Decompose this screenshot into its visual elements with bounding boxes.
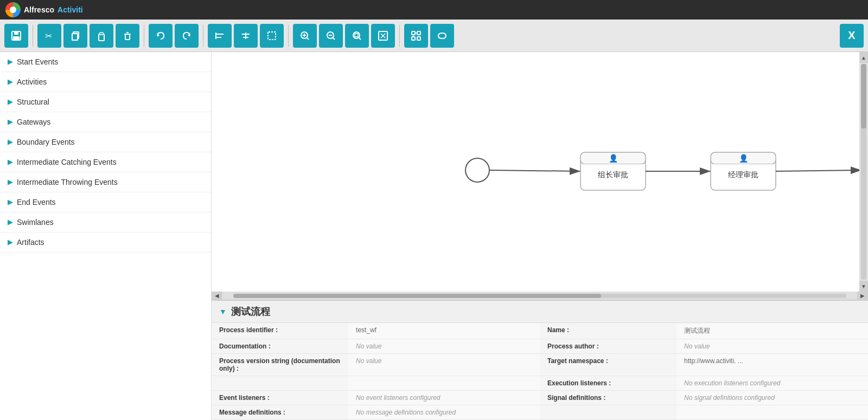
sidebar: ▶Start Events▶Activities▶Structural▶Gate… <box>0 52 212 420</box>
layout-button[interactable] <box>404 24 428 48</box>
zoom-out-button[interactable] <box>319 24 343 48</box>
sidebar-item-start-events[interactable]: ▶Start Events <box>0 52 211 72</box>
properties-title: 测试流程 <box>231 305 270 318</box>
hscroll-left-arrow[interactable]: ◀ <box>212 292 222 300</box>
sidebar-item-activities[interactable]: ▶Activities <box>0 72 211 92</box>
sidebar-item-structural[interactable]: ▶Structural <box>0 92 211 112</box>
svg-line-41 <box>489 170 580 171</box>
sidebar-label-gateways: Gateways <box>17 118 50 126</box>
sidebar-item-artifacts[interactable]: ▶Artifacts <box>0 232 211 253</box>
sidebar-label-intermediate-catching: Intermediate Catching Events <box>17 158 117 166</box>
prop-value-right-1: No value <box>676 339 868 354</box>
toolbar: ✂ <box>0 20 868 52</box>
sidebar-arrow-end-events: ▶ <box>8 198 12 206</box>
hscroll-right-arrow[interactable]: ▶ <box>857 292 868 300</box>
vscroll-up-arrow[interactable]: ▲ <box>859 52 868 63</box>
hscrollbar: ◀ ▶ <box>212 292 868 300</box>
svg-rect-36 <box>417 31 420 35</box>
sidebar-item-swimlanes[interactable]: ▶Swimlanes <box>0 212 211 232</box>
sidebar-item-gateways[interactable]: ▶Gateways <box>0 112 211 132</box>
align-left-button[interactable] <box>208 24 232 48</box>
svg-line-30 <box>359 37 361 40</box>
paste-button[interactable] <box>90 24 113 48</box>
sidebar-label-structural: Structural <box>17 98 49 106</box>
sidebar-arrow-gateways: ▶ <box>8 118 12 126</box>
prop-value-right-5 <box>676 405 868 420</box>
hscroll-track <box>233 294 846 298</box>
properties-header: ▼ 测试流程 <box>212 301 868 323</box>
sidebar-label-boundary-events: Boundary Events <box>17 138 75 146</box>
svg-rect-31 <box>355 34 358 37</box>
properties-row-2: Process version string (documentation on… <box>212 354 868 376</box>
properties-toggle[interactable]: ▼ <box>219 307 227 316</box>
prop-value-right-0: 测试流程 <box>676 323 868 339</box>
save-button[interactable] <box>4 24 28 48</box>
prop-value-left-3 <box>348 376 540 391</box>
svg-text:组长审批: 组长审批 <box>598 170 628 179</box>
prop-value-left-1: No value <box>348 339 540 354</box>
properties-row-3: Execution listeners : No execution liste… <box>212 376 868 391</box>
vscroll-thumb[interactable] <box>861 64 866 128</box>
prop-value-left-2: No value <box>348 354 540 376</box>
prop-label-right-3: Execution listeners : <box>540 376 676 391</box>
selection-button[interactable] <box>260 24 284 48</box>
diagram-svg[interactable]: 👤 组长审批 👤 经理审批 <box>212 52 868 292</box>
properties-row-4: Event listeners : No event listeners con… <box>212 391 868 405</box>
svg-marker-14 <box>188 34 190 37</box>
prop-label-left-0: Process identifier : <box>212 323 348 339</box>
properties-row-1: Documentation : No value Process author … <box>212 339 868 354</box>
prop-label-right-0: Name : <box>540 323 676 339</box>
sidebar-arrow-structural: ▶ <box>8 98 12 106</box>
route-button[interactable] <box>430 24 454 48</box>
svg-rect-11 <box>125 34 130 40</box>
sidebar-label-swimlanes: Swimlanes <box>17 218 54 227</box>
sidebar-item-boundary-events[interactable]: ▶Boundary Events <box>0 132 211 152</box>
svg-line-23 <box>307 37 309 40</box>
svg-marker-13 <box>157 34 159 37</box>
svg-rect-37 <box>412 37 415 40</box>
hscroll-thumb[interactable] <box>233 294 601 298</box>
properties-row-5: Message definitions : No message definit… <box>212 405 868 420</box>
cut-button[interactable]: ✂ <box>37 24 61 48</box>
undo-button[interactable] <box>149 24 173 48</box>
prop-label-left-1: Documentation : <box>212 339 348 354</box>
canvas-area: 👤 组长审批 👤 经理审批 <box>212 52 868 420</box>
prop-label-right-1: Process author : <box>540 339 676 354</box>
vscroll-down-arrow[interactable]: ▼ <box>859 281 868 292</box>
redo-button[interactable] <box>175 24 199 48</box>
zoom-actual-button[interactable] <box>371 24 395 48</box>
vscrollbar: ▲ ▼ <box>859 52 868 292</box>
properties-row-0: Process identifier : test_wf Name : 测试流程 <box>212 323 868 339</box>
close-icon: X <box>848 29 855 42</box>
zoom-in-button[interactable] <box>293 24 317 48</box>
prop-value-right-3: No execution listeners configured <box>676 376 868 391</box>
sidebar-label-intermediate-throwing: Intermediate Throwing Events <box>17 178 118 186</box>
zoom-fit-button[interactable] <box>345 24 369 48</box>
prop-label-right-4: Signal definitions : <box>540 391 676 405</box>
properties-table: Process identifier : test_wf Name : 测试流程… <box>212 323 868 420</box>
align-center-button[interactable] <box>234 24 258 48</box>
sidebar-arrow-activities: ▶ <box>8 78 12 86</box>
svg-text:👤: 👤 <box>609 154 618 163</box>
logo-alfresco-text: Alfresco <box>24 5 54 14</box>
sidebar-label-end-events: End Events <box>17 198 56 206</box>
svg-rect-7 <box>72 34 78 40</box>
sidebar-arrow-intermediate-catching: ▶ <box>8 158 12 166</box>
sidebar-item-intermediate-throwing[interactable]: ▶Intermediate Throwing Events <box>0 172 211 192</box>
separator2 <box>144 25 144 47</box>
prop-label-right-2: Target namespace : <box>540 354 676 376</box>
prop-label-left-5: Message definitions : <box>212 405 348 420</box>
sidebar-label-artifacts: Artifacts <box>17 238 44 247</box>
sidebar-arrow-start-events: ▶ <box>8 58 12 66</box>
svg-text:👤: 👤 <box>739 154 749 163</box>
svg-rect-1 <box>14 31 18 35</box>
sidebar-arrow-intermediate-throwing: ▶ <box>8 178 12 186</box>
prop-label-left-3 <box>212 376 348 391</box>
svg-text:✂: ✂ <box>45 31 52 41</box>
delete-button[interactable] <box>116 24 139 48</box>
copy-button[interactable] <box>63 24 87 48</box>
start-event <box>465 158 489 182</box>
sidebar-item-end-events[interactable]: ▶End Events <box>0 192 211 212</box>
sidebar-item-intermediate-catching[interactable]: ▶Intermediate Catching Events <box>0 152 211 172</box>
close-button[interactable]: X <box>840 24 864 48</box>
